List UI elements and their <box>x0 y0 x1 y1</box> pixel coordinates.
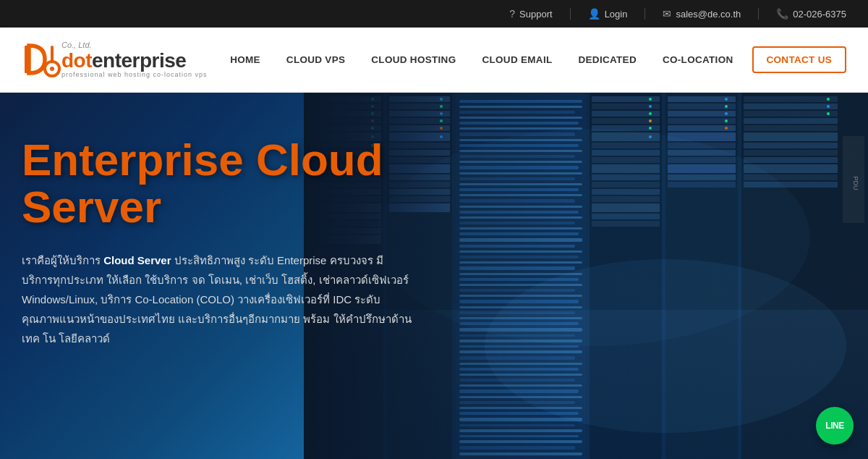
logo-icon <box>22 40 61 80</box>
main-nav: Co., Ltd. dotenterprise professional web… <box>0 28 868 93</box>
login-label: Login <box>605 9 628 20</box>
email-icon: ✉ <box>663 8 671 20</box>
hero-title: Enterprise Cloud Server <box>22 136 441 230</box>
support-link[interactable]: ? Support <box>509 8 552 20</box>
email-label: sales@de.co.th <box>676 9 741 20</box>
divider-2 <box>644 8 645 20</box>
logo-text: Co., Ltd. dotenterprise professional web… <box>61 41 208 78</box>
support-icon: ? <box>509 8 515 20</box>
logo-enterprise-text: enterprise <box>92 49 186 72</box>
phone-icon: 📞 <box>776 8 788 20</box>
logo-tagline: professional web hosting co-location vps <box>61 72 208 78</box>
hero-section: PDU <box>0 93 868 459</box>
phone-label: 02-026-6375 <box>793 9 846 20</box>
divider-1 <box>570 8 571 20</box>
line-label: LINE <box>825 421 843 431</box>
nav-co-location[interactable]: CO-LOCATION <box>650 28 746 93</box>
divider-3 <box>758 8 759 20</box>
nav-cloud-email[interactable]: CLOUD EMAIL <box>469 28 565 93</box>
login-link[interactable]: 👤 Login <box>588 8 628 20</box>
support-label: Support <box>519 9 553 20</box>
phone-link[interactable]: 📞 02-026-6375 <box>776 8 846 20</box>
line-button[interactable]: LINE <box>816 407 854 445</box>
nav-links: HOME CLOUD VPS CLOUD HOSTING CLOUD EMAIL… <box>217 28 846 93</box>
top-bar: ? Support 👤 Login ✉ sales@de.co.th 📞 02-… <box>0 0 868 28</box>
nav-contact-us[interactable]: CONTACT US <box>752 46 847 74</box>
nav-cloud-hosting[interactable]: CLOUD HOSTING <box>358 28 469 93</box>
logo-co-ltd: Co., Ltd. <box>61 41 208 49</box>
nav-home[interactable]: HOME <box>217 28 273 93</box>
nav-cloud-vps[interactable]: CLOUD VPS <box>273 28 358 93</box>
logo-link[interactable]: Co., Ltd. dotenterprise professional web… <box>22 40 208 80</box>
hero-content: Enterprise Cloud Server เราคือผู้ให้บริก… <box>22 136 441 348</box>
hero-description: เราคือผู้ให้บริการ Cloud Server ประสิทธิ… <box>22 250 412 348</box>
svg-point-2 <box>50 67 54 71</box>
user-icon: 👤 <box>588 8 600 20</box>
logo-main: dotenterprise <box>61 51 208 71</box>
nav-dedicated[interactable]: DEDICATED <box>566 28 650 93</box>
email-link[interactable]: ✉ sales@de.co.th <box>663 8 741 20</box>
logo-dot: dot <box>61 49 92 72</box>
